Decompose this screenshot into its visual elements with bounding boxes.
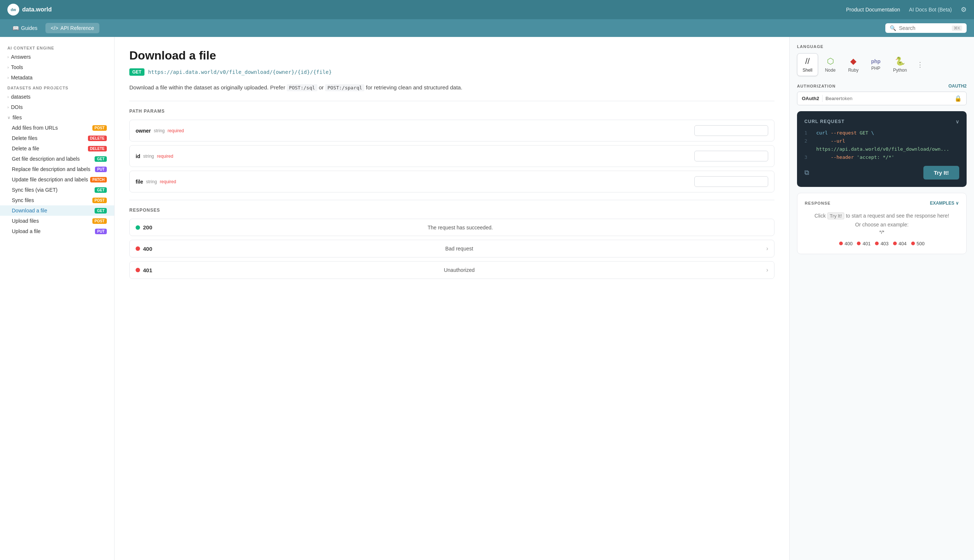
ai-context-label: AI CONTEXT ENGINE [0,43,114,52]
status-code-401: 401 [143,267,152,273]
param-type-owner: string [154,128,164,133]
param-input-id[interactable] [694,151,768,162]
auth-tab-oauth2[interactable]: OAuth2 [802,95,822,102]
url-text: https://api.data.world/v0/file_download/… [148,69,332,75]
method-badge-get: GET [95,156,107,162]
description-code1: POST:/sql [287,84,317,91]
sidebar-item-upload-files[interactable]: Upload files POST [0,216,114,226]
method-badge-put: PUT [95,229,107,234]
resp-badge-404[interactable]: 404 [893,241,907,247]
path-params-label: PATH PARAMS [129,108,774,114]
sidebar-item-answers[interactable]: › Answers [0,52,114,62]
product-docs-link[interactable]: Product Documentation [846,7,900,13]
resp-badge-400[interactable]: 400 [839,241,853,247]
param-required-id: required [157,154,173,159]
lang-btn-shell[interactable]: // Shell [797,53,818,76]
auth-input-row: OAuth2 Bearer 🔒 [797,92,967,105]
status-text-401: Unauthorized [444,267,474,273]
method-badge-delete: DELETE [88,135,107,141]
sidebar-item-dois[interactable]: › DOIs [0,102,114,112]
sidebar-item-upload-file[interactable]: Upload a file PUT [0,226,114,237]
endpoint-url: GET https://api.data.world/v0/file_downl… [129,68,774,76]
more-languages-icon[interactable]: ⋮ [914,58,926,72]
lang-btn-node[interactable]: ⬡ Node [819,53,841,76]
sidebar-item-sync-files[interactable]: Sync files POST [0,195,114,205]
chevron-icon: › [7,75,9,80]
top-nav: dw data.world Product Documentation AI D… [0,0,974,19]
language-selector: // Shell ⬡ Node ◆ Ruby php PHP 🐍 Python … [797,53,967,76]
guides-label: Guides [21,25,37,31]
sidebar-item-delete-files[interactable]: Delete files DELETE [0,133,114,143]
method-badge-post: POST [92,125,107,131]
method-badge-delete: DELETE [88,146,107,152]
response-row-400[interactable]: 400 Bad request › [129,240,774,257]
lang-btn-php[interactable]: php PHP [866,55,886,74]
description-code2: POST:/sparql [325,84,364,91]
resp-badge-500[interactable]: 500 [911,241,925,247]
sidebar-item-datasets[interactable]: › datasets [0,92,114,102]
param-input-file[interactable] [694,176,768,187]
ai-docs-bot-link[interactable]: AI Docs Bot (Beta) [909,7,952,13]
line-num-1: 1 [804,129,812,137]
line-num-2: 2 [804,137,812,153]
lock-icon: 🔒 [954,95,962,102]
param-name-file: file [136,179,143,185]
status-dot-red [136,247,140,251]
sidebar-item-tools[interactable]: › Tools [0,62,114,72]
try-it-button[interactable]: Try It! [923,166,959,180]
chevron-icon: › [7,55,9,59]
status-dot-green [136,225,140,230]
response-section: RESPONSE EXAMPLES ∨ Click Try It! to sta… [797,193,967,254]
response-row-401[interactable]: 401 Unauthorized › [129,261,774,279]
method-tag: GET [129,68,145,76]
chevron-icon: › [7,95,9,99]
status-code-400: 400 [143,246,152,252]
search-input[interactable] [899,25,949,31]
sidebar-item-add-files-urls[interactable]: Add files from URLs POST [0,123,114,133]
curl-line-3: --header 'accept: */*' [816,153,894,162]
right-panel: LANGUAGE // Shell ⬡ Node ◆ Ruby php PHP … [789,37,974,560]
curl-box: CURL REQUEST ∨ 1 curl --request GET \ 2 … [797,111,967,187]
lang-btn-python[interactable]: 🐍 Python [887,53,912,76]
content-area: Download a file GET https://api.data.wor… [115,37,789,560]
search-box[interactable]: 🔍 ⌘K [885,23,967,33]
sidebar-item-delete-file[interactable]: Delete a file DELETE [0,143,114,154]
curl-chevron-icon[interactable]: ∨ [956,118,959,125]
description: Download a file within the dataset as or… [129,83,774,92]
auth-bearer-label: Bearer [826,96,841,101]
response-row-200[interactable]: 200 The request has succeeded. [129,219,774,236]
auth-type-label: OAUTH2 [949,83,967,89]
resp-badge-403[interactable]: 403 [875,241,889,247]
api-ref-label: API Reference [61,25,94,31]
examples-label[interactable]: EXAMPLES ∨ [930,201,959,206]
resp-badge-401[interactable]: 401 [857,241,871,247]
auth-token-input[interactable] [841,96,954,101]
curl-code: 1 curl --request GET \ 2 --url https://a… [804,129,959,162]
chevron-icon: › [7,65,9,70]
method-badge-get: GET [95,187,107,193]
sub-nav-left: 📖 Guides </> API Reference [7,23,99,33]
wildcard-label: */* [805,229,959,235]
param-input-owner[interactable] [694,125,768,136]
responses-label: RESPONSES [129,208,774,213]
sidebar-item-replace-file-desc[interactable]: Replace file description and labels PUT [0,164,114,174]
guides-btn[interactable]: 📖 Guides [7,23,42,33]
param-type-id: string [143,154,154,159]
api-reference-btn[interactable]: </> API Reference [45,23,99,33]
copy-button[interactable]: ⧉ [804,169,809,177]
php-icon: php [871,58,881,64]
sidebar-item-sync-files-get[interactable]: Sync files (via GET) GET [0,185,114,195]
settings-icon[interactable]: ⚙ [961,5,967,14]
sidebar-item-download-file[interactable]: Download a file GET [0,205,114,216]
sidebar-item-update-file-desc[interactable]: Update file description and labels PATCH [0,174,114,185]
chevron-icon: › [7,105,9,109]
sidebar-item-get-file-desc[interactable]: Get file description and labels GET [0,154,114,164]
lang-btn-ruby[interactable]: ◆ Ruby [842,53,864,76]
response-label: RESPONSE [805,201,831,205]
resp-dot-403 [875,242,879,245]
shell-icon: // [805,57,810,66]
sidebar-item-files-group[interactable]: ∨ files [0,112,114,123]
sidebar-item-metadata[interactable]: › Metadata [0,72,114,83]
chevron-down-icon: ∨ [7,115,10,120]
param-row-id: id string required [129,145,774,167]
